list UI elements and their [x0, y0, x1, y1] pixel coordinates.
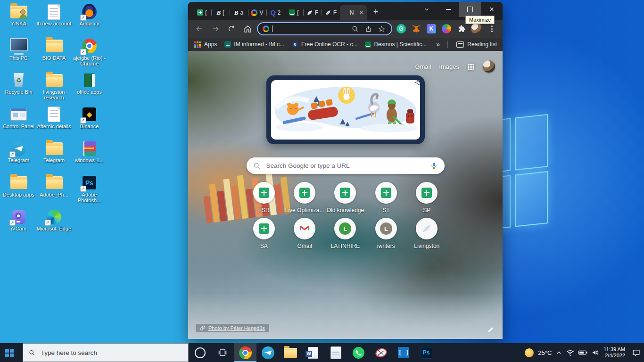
bookmarks-overflow-chevron[interactable]: »	[436, 41, 440, 48]
ntp-search-input[interactable]	[265, 162, 425, 170]
desktop-icon[interactable]: Telegram	[1, 140, 36, 174]
browser-tab[interactable]: Q 2 ×	[266, 5, 285, 20]
zoom-icon[interactable]	[350, 24, 360, 34]
desktop-icon[interactable]: lh new account	[36, 3, 72, 37]
bookmark-item[interactable]: IM informed - IM c...	[224, 41, 284, 48]
desktop-icon[interactable]: Microsoft Edge	[36, 208, 72, 242]
browser-tab[interactable]: [ ×	[285, 5, 303, 20]
taskbar-app-notepad[interactable]	[324, 343, 347, 362]
battery-icon[interactable]	[578, 350, 587, 355]
temperature[interactable]: 25°C	[538, 349, 552, 356]
shortcut-tile[interactable]: L iwriters	[366, 218, 406, 249]
shortcut-label: Gmail	[297, 243, 312, 249]
bookmark-star-icon[interactable]	[376, 24, 387, 34]
browser-tab[interactable]: B a ×	[230, 5, 248, 20]
kami-extension-icon[interactable]: K	[425, 23, 438, 35]
desktop-icon[interactable]: office apps	[72, 71, 107, 106]
action-center-icon[interactable]	[632, 349, 640, 356]
reading-list-button[interactable]: Reading list	[456, 41, 497, 48]
ntp-search-bar[interactable]	[247, 157, 445, 174]
tab-search-chevron-icon[interactable]	[419, 2, 435, 17]
taskbar-app-whatsapp[interactable]	[347, 343, 370, 362]
task-view-button[interactable]	[211, 343, 234, 362]
voice-search-icon[interactable]	[430, 162, 438, 170]
extensions-puzzle-icon[interactable]	[455, 23, 468, 35]
shortcut-tile[interactable]: Live Optimiza...	[284, 182, 325, 214]
browser-tab[interactable]: B [ ×	[211, 5, 230, 20]
desktop-icon[interactable]: Audacity	[72, 3, 107, 37]
taskbar-search[interactable]	[23, 343, 189, 362]
start-button[interactable]	[0, 343, 23, 362]
browser-tab[interactable]: N ×	[340, 5, 367, 20]
taskbar-app-brackets-app[interactable]: [ ]	[392, 343, 415, 362]
desktop-icon[interactable]: This PC	[1, 37, 36, 72]
taskbar-app-photoshop[interactable]: Ps	[415, 343, 438, 362]
bookmark-item[interactable]: Desmos | Scientific...	[365, 41, 427, 48]
grammarly-extension-icon[interactable]: G	[395, 23, 407, 35]
browser-tab[interactable]: F ×	[303, 5, 322, 20]
images-link[interactable]: Images	[439, 63, 459, 70]
bookmark-item[interactable]: 0 Free Online OCR - c...	[292, 41, 357, 48]
shortcut-tile[interactable]: L LATINHIRE	[325, 218, 365, 249]
taskbar-app-word[interactable]	[302, 343, 324, 362]
browser-tab[interactable]: [ ×	[193, 5, 211, 20]
wifi-icon[interactable]	[566, 349, 574, 356]
shortcut-tile[interactable]: SP	[406, 182, 447, 214]
google-apps-grid-icon[interactable]	[468, 64, 470, 66]
maximize-button[interactable]	[459, 2, 481, 17]
doodle-share-icon[interactable]	[414, 79, 421, 86]
shortcut-tile[interactable]: TSR	[244, 182, 284, 214]
photo-attribution[interactable]: Photo by Péter Hegedűs	[196, 324, 269, 332]
taskbar-app-telegram[interactable]	[256, 343, 279, 362]
desktop-icon[interactable]: Ps Adobe Photosh...	[72, 174, 107, 208]
colorful-extension-icon[interactable]	[440, 23, 453, 35]
reload-icon[interactable]	[225, 22, 238, 35]
close-button[interactable]: ×	[481, 2, 503, 17]
gmail-link[interactable]: Gmail	[415, 63, 431, 70]
cortana-button[interactable]	[189, 343, 211, 362]
share-icon[interactable]	[363, 24, 373, 34]
tab-close-icon[interactable]: ×	[359, 9, 363, 16]
shortcut-tile[interactable]: ST	[366, 182, 406, 214]
desktop-icon[interactable]: Control Panel	[1, 106, 36, 140]
desktop-icon[interactable]: windows-1...	[72, 140, 107, 174]
desktop-icon[interactable]: ◆ Binance	[72, 106, 107, 140]
back-icon[interactable]	[193, 22, 206, 35]
weather-icon[interactable]	[525, 348, 534, 357]
forward-icon[interactable]	[209, 22, 222, 35]
taskbar-app-chrome[interactable]	[234, 343, 256, 362]
desktop-icon[interactable]: ♻ Recycle Bin	[1, 71, 36, 106]
desktop-icon[interactable]: ajeigbe (Rio) - Chrome	[72, 37, 107, 72]
desktop-icon[interactable]: iVCam	[1, 208, 36, 242]
customize-pencil-icon[interactable]	[487, 326, 494, 333]
google-doodle[interactable]	[266, 75, 425, 144]
shortcut-tile[interactable]: Gmail	[284, 218, 325, 249]
home-icon[interactable]	[241, 22, 254, 35]
hidden-icons-chevron[interactable]	[556, 350, 562, 356]
volume-icon[interactable]	[592, 349, 599, 356]
bookmark-item[interactable]: Apps	[194, 41, 217, 48]
browser-tab[interactable]: F ×	[322, 5, 340, 20]
desktop-icon[interactable]: Afternic details	[36, 106, 72, 140]
taskbar-clock[interactable]: 11:39 AM 2/4/2022	[603, 346, 625, 359]
metamask-extension-icon[interactable]	[410, 23, 422, 35]
account-avatar[interactable]	[483, 60, 495, 73]
desktop-icon[interactable]: Adobe_Ph...	[36, 174, 72, 208]
taskbar-app-snipping-tool[interactable]	[370, 343, 392, 362]
minimize-button[interactable]	[438, 2, 459, 17]
address-bar[interactable]	[257, 22, 392, 35]
browser-tab[interactable]: V ×	[248, 5, 266, 20]
taskbar-app-file-explorer[interactable]	[279, 343, 302, 362]
shortcut-tile[interactable]: SA	[244, 218, 284, 249]
taskbar-search-input[interactable]	[40, 349, 182, 357]
desktop-icon[interactable]: livingston research	[36, 71, 72, 106]
profile-avatar[interactable]	[471, 23, 483, 35]
new-tab-button[interactable]: +	[369, 5, 382, 18]
chrome-menu-icon[interactable]	[486, 23, 498, 35]
desktop-icon[interactable]: YINKA	[1, 3, 36, 37]
shortcut-tile[interactable]: Old knowledge	[325, 182, 365, 214]
shortcut-tile[interactable]: Livingston	[406, 218, 447, 249]
desktop-icon[interactable]: Desktop apps	[1, 174, 36, 208]
desktop-icon[interactable]: Telegram	[36, 140, 72, 174]
desktop-icon[interactable]: BIO DATA	[36, 37, 72, 72]
